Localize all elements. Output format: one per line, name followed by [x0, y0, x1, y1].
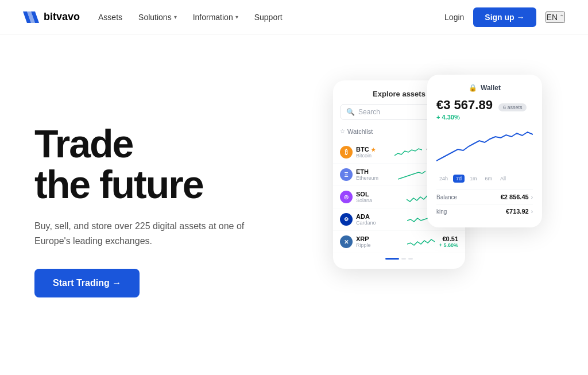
eth-icon: Ξ: [340, 168, 353, 181]
eth-name: Ethereum: [356, 175, 393, 181]
language-selector[interactable]: EN ⌃: [546, 11, 565, 23]
hero-content: Trade the future Buy, sell, and store ov…: [34, 123, 310, 298]
staking-label: king: [436, 208, 447, 215]
logo[interactable]: bitvavo: [23, 11, 80, 23]
login-button[interactable]: Login: [444, 13, 464, 22]
xrp-price: €0.51: [439, 235, 458, 242]
nav-left: bitvavo Assets Solutions ▾ Information ▾…: [23, 11, 283, 23]
xrp-price-col: €0.51 + 5.60%: [439, 235, 458, 248]
chevron-right-icon: ›: [531, 194, 533, 200]
btc-sparkline: [394, 145, 422, 159]
wallet-balance-row: Balance €2 856.45 ›: [436, 190, 533, 204]
eth-sparkline: [398, 168, 425, 181]
chevron-down-icon: ⌃: [559, 14, 564, 20]
star-icon: ☆: [340, 128, 345, 134]
btc-name: Bitcoin: [356, 153, 390, 158]
chevron-right-icon: ›: [531, 208, 533, 215]
wallet-chart: [436, 126, 533, 167]
scroll-dot-1: [401, 258, 406, 260]
nav-support[interactable]: Support: [254, 13, 283, 22]
watchlist-button[interactable]: ☆ Watchlist: [340, 128, 373, 135]
tab-7d[interactable]: 7d: [453, 175, 465, 183]
xrp-info: XRP Ripple: [356, 235, 403, 248]
btc-symbol: BTC ★: [356, 146, 390, 153]
hero-title: Trade the future: [34, 123, 310, 206]
wallet-lock-icon: 🔒: [469, 84, 477, 92]
nav-information[interactable]: Information ▾: [193, 13, 238, 22]
balance-value: €2 856.45: [501, 194, 529, 200]
navbar: bitvavo Assets Solutions ▾ Information ▾…: [0, 0, 588, 34]
btc-icon: ₿: [340, 146, 353, 158]
eth-info: ETH Ethereum: [356, 168, 393, 181]
tab-6m[interactable]: 6m: [482, 175, 496, 183]
time-tabs: 24h 7d 1m 6m All: [436, 175, 533, 183]
logo-icon: [23, 11, 39, 23]
ada-icon: ⚙: [340, 213, 353, 226]
wallet-header: 🔒 Wallet: [436, 84, 533, 92]
sol-icon: ◎: [340, 191, 353, 203]
nav-links: Assets Solutions ▾ Information ▾ Support: [98, 13, 283, 22]
sol-info: SOL Solana: [356, 191, 402, 203]
xrp-symbol: XRP: [356, 235, 403, 242]
search-placeholder: Search: [358, 108, 380, 116]
scroll-dot-active: [385, 258, 399, 260]
tab-1m[interactable]: 1m: [467, 175, 480, 183]
signup-button[interactable]: Sign up →: [473, 7, 536, 27]
hero-subtitle: Buy, sell, and store over 225 digital as…: [34, 219, 253, 248]
tab-all[interactable]: All: [497, 175, 509, 183]
ada-name: Cardano: [356, 220, 403, 226]
search-icon: 🔍: [346, 108, 355, 116]
ada-info: ADA Cardano: [356, 213, 403, 226]
hero-section: Trade the future Buy, sell, and store ov…: [0, 34, 588, 375]
logo-text: bitvavo: [44, 11, 80, 23]
xrp-name: Ripple: [356, 242, 403, 248]
nav-assets[interactable]: Assets: [98, 13, 122, 22]
hero-mockup: Explore assets 🔍 Search ☆ Watchlist Pric…: [310, 69, 554, 352]
asset-row-xrp[interactable]: ✕ XRP Ripple €0.51 + 5.60%: [333, 231, 465, 253]
wallet-label: Wallet: [481, 84, 501, 92]
sol-symbol: SOL: [356, 191, 402, 198]
wallet-balance: €3 567.89: [436, 98, 493, 113]
start-trading-button[interactable]: Start Trading →: [34, 269, 140, 297]
tab-24h[interactable]: 24h: [436, 175, 451, 183]
chevron-down-icon: ▾: [235, 14, 238, 20]
btc-info: BTC ★ Bitcoin: [356, 146, 390, 158]
chevron-down-icon: ▾: [174, 14, 177, 20]
xrp-sparkline: [407, 235, 435, 249]
wallet-assets-badge: 6 assets: [498, 103, 527, 111]
ada-symbol: ADA: [356, 213, 403, 220]
staking-value: €713.92: [506, 208, 529, 215]
scroll-indicator: [333, 253, 465, 264]
balance-label: Balance: [436, 194, 457, 200]
nav-right: Login Sign up → EN ⌃: [444, 7, 565, 27]
xrp-change: + 5.60%: [439, 242, 458, 248]
sol-name: Solana: [356, 198, 402, 203]
xrp-icon: ✕: [340, 235, 353, 248]
eth-symbol: ETH: [356, 168, 393, 175]
wallet-card: 🔒 Wallet €3 567.89 6 assets + 4.30% 24h …: [427, 75, 542, 227]
scroll-dot-2: [408, 258, 413, 260]
wallet-change: + 4.30%: [436, 114, 533, 121]
wallet-staking-row: king €713.92 ›: [436, 204, 533, 218]
nav-solutions[interactable]: Solutions ▾: [138, 13, 177, 22]
